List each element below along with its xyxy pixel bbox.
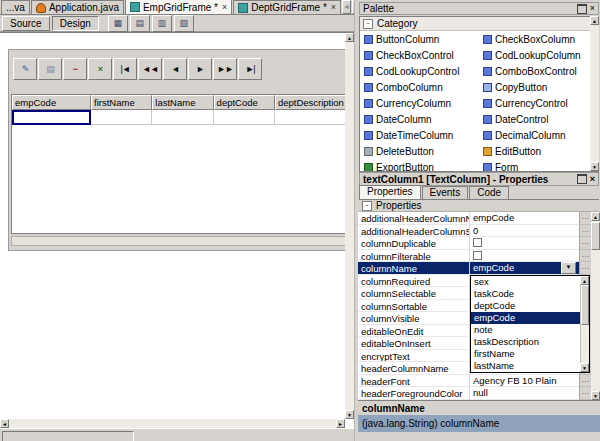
dropdown-option-taskdescription[interactable]: taskDescription (471, 336, 580, 348)
tab-properties[interactable]: Properties (359, 185, 421, 199)
property-value[interactable]: 0 (470, 225, 579, 238)
palette-item-exportbutton[interactable]: ExportButton (360, 162, 479, 173)
nav-first-icon[interactable]: |◄ (113, 58, 137, 80)
property-ellipsis-button[interactable]: … (579, 225, 591, 238)
collapse-icon[interactable]: - (362, 201, 372, 211)
grid-cell-selected[interactable] (12, 110, 91, 125)
editor-vertical-scrollbar[interactable]: ▲ ▼ (345, 33, 354, 419)
preview-design-icon[interactable]: ▥ (152, 15, 172, 32)
tab-empgridframe[interactable]: EmpGridFrame * × (125, 0, 232, 14)
nav-last-icon[interactable]: ►| (238, 58, 262, 80)
nav-next-page-icon[interactable]: ►► (213, 58, 237, 80)
editor-horizontal-scrollbar[interactable]: ◄ ► (0, 419, 345, 428)
scroll-right-icon[interactable]: ► (336, 419, 345, 428)
grid-horizontal-scrollbar[interactable] (11, 236, 352, 246)
palette-item-comboboxcontrol[interactable]: ComboBoxControl (479, 66, 598, 77)
palette-item-buttoncolumn[interactable]: ButtonColumn (360, 34, 479, 45)
palette-item-editbutton[interactable]: EditButton (479, 146, 598, 157)
palette-titlebar[interactable]: Palette × (359, 2, 599, 15)
grid-column-header[interactable]: lastName (152, 95, 213, 110)
dropdown-option-firstname[interactable]: firstName (471, 348, 580, 360)
grid-cell[interactable] (91, 110, 152, 125)
grid-cell[interactable] (152, 110, 213, 125)
delete-record-icon[interactable]: − (63, 58, 87, 80)
grid-column-header[interactable]: empCode (12, 95, 91, 110)
nav-prev-icon[interactable]: ◄ (163, 58, 187, 80)
palette-category-header[interactable]: - Category (360, 17, 598, 31)
property-ellipsis-button[interactable]: … (579, 262, 591, 275)
property-checkbox[interactable] (473, 238, 482, 247)
source-button[interactable]: Source (2, 16, 50, 31)
scroll-up-icon[interactable]: ▲ (591, 212, 600, 221)
float-window-icon[interactable] (577, 4, 587, 14)
tab-file-truncated[interactable]: ...va (1, 0, 30, 14)
grid-column-header[interactable]: firstName (91, 95, 152, 110)
property-row-headerForegroundColor[interactable]: headerForegroundColor null … (358, 387, 591, 400)
palette-scrollbar[interactable]: ▲ ▼ (590, 16, 599, 171)
property-value[interactable] (470, 250, 579, 263)
property-value[interactable]: empCode (470, 212, 579, 225)
tab-scroll-left-button[interactable]: ◄ (342, 0, 351, 14)
close-panel-icon[interactable]: × (590, 175, 595, 184)
close-tab-icon[interactable]: × (222, 3, 227, 12)
property-row-additionalHeaderColumnSpan[interactable]: additionalHeaderColumnSpan 0 … (358, 225, 591, 238)
palette-item-copybutton[interactable]: CopyButton (479, 82, 598, 93)
scroll-down-icon[interactable]: ▼ (591, 391, 600, 400)
dropdown-option-empcode-highlighted[interactable]: empCode (471, 312, 580, 324)
close-tab-icon[interactable]: × (331, 3, 336, 12)
tab-code[interactable]: Code (469, 186, 509, 199)
scroll-down-icon[interactable]: ▼ (580, 363, 589, 372)
property-row-columnDuplicable[interactable]: columnDuplicable … (358, 237, 591, 250)
float-window-icon[interactable] (577, 174, 587, 184)
palette-item-deletebutton[interactable]: DeleteButton (360, 146, 479, 157)
scroll-up-icon[interactable]: ▲ (590, 16, 599, 25)
grid-column-header[interactable]: deptCode (214, 95, 275, 110)
palette-item-decimalcolumn[interactable]: DecimalColumn (479, 130, 598, 141)
palette-item-datetimecolumn[interactable]: DateTimeColumn (360, 130, 479, 141)
property-checkbox[interactable] (473, 251, 482, 260)
design-canvas[interactable]: ✎ ▤ − × |◄ ◄◄ ◄ ► ►► ►| empCode firstNam… (0, 32, 354, 428)
palette-item-checkboxcolumn[interactable]: CheckBoxColumn (479, 34, 598, 45)
dropdown-option-note[interactable]: note (471, 324, 580, 336)
property-value[interactable]: empCode ▼ (470, 262, 579, 275)
connection-mode-icon[interactable]: ▤ (130, 15, 150, 32)
designed-frame[interactable]: ✎ ▤ − × |◄ ◄◄ ◄ ► ►► ►| empCode firstNam… (8, 49, 353, 251)
property-value[interactable] (470, 237, 579, 250)
tab-application-java[interactable]: Application.java (31, 0, 124, 14)
combo-dropdown-icon[interactable]: ▼ (561, 262, 576, 274)
palette-item-codlookupcontrol[interactable]: CodLookupControl (360, 66, 479, 77)
selection-mode-icon[interactable]: ▦ (108, 15, 128, 32)
property-row-additionalHeaderColumnName[interactable]: additionalHeaderColumnName empCode … (358, 212, 591, 225)
tab-events[interactable]: Events (422, 186, 469, 199)
scroll-down-icon[interactable]: ▼ (345, 410, 354, 419)
nav-prev-page-icon[interactable]: ◄◄ (138, 58, 162, 80)
palette-item-form[interactable]: Form (479, 162, 598, 173)
nav-next-icon[interactable]: ► (188, 58, 212, 80)
property-ellipsis-button[interactable]: … (579, 237, 591, 250)
grid-control[interactable]: empCode firstName lastName deptCode dept… (11, 94, 352, 234)
property-ellipsis-button[interactable]: … (579, 212, 591, 225)
property-row-columnName[interactable]: columnName empCode ▼ … (358, 262, 591, 275)
palette-item-codlookupcolumn[interactable]: CodLookupColumn (479, 50, 598, 61)
show-grid-icon[interactable]: ▧ (174, 15, 194, 32)
properties-section-header[interactable]: - Properties (359, 200, 599, 212)
dropdown-option-lastname[interactable]: lastName (471, 360, 580, 372)
palette-item-currencycontrol[interactable]: CurrencyControl (479, 98, 598, 109)
close-panel-icon[interactable]: × (590, 4, 595, 13)
property-value[interactable]: null (470, 387, 579, 400)
scrollbar-thumb[interactable] (581, 285, 589, 325)
dropdown-option-deptcode[interactable]: deptCode (471, 300, 580, 312)
property-ellipsis-button[interactable]: … (579, 250, 591, 263)
dropdown-option-taskcode[interactable]: taskCode (471, 288, 580, 300)
scroll-down-icon[interactable]: ▼ (590, 162, 599, 171)
collapse-icon[interactable]: - (363, 19, 373, 29)
dropdown-option-sex[interactable]: sex (471, 276, 580, 288)
property-row-columnFilterable[interactable]: columnFilterable … (358, 250, 591, 263)
export-grid-icon[interactable]: × (88, 58, 112, 80)
property-ellipsis-button[interactable]: … (579, 375, 591, 388)
palette-item-checkboxcontrol[interactable]: CheckBoxControl (360, 50, 479, 61)
palette-item-combocolumn[interactable]: ComboColumn (360, 82, 479, 93)
properties-scrollbar[interactable]: ▲ ▼ (591, 212, 600, 400)
property-value[interactable]: Agency FB 10 Plain (470, 375, 579, 388)
dropdown-scrollbar[interactable]: ▲ ▼ (580, 276, 589, 372)
